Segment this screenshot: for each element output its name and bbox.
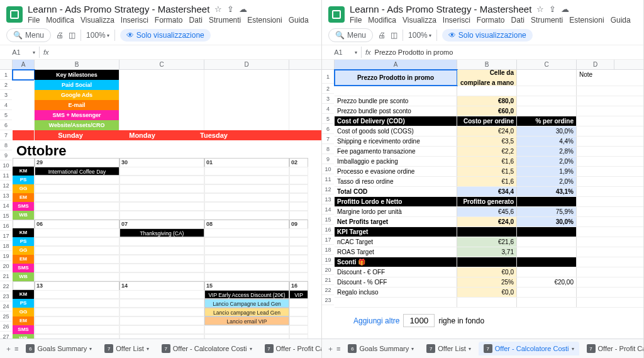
toolbar: 🔍Menu 🖨 ◫ 100%▾ 👁Solo visualizzazione [322,26,643,45]
col-header[interactable]: D [204,60,289,69]
left-window: Learnn - Ads Promo Strategy - Mastershee… [0,0,322,358]
sheet-tab[interactable]: 6Goals Summary▾ [343,342,419,355]
paint-icon[interactable]: ◫ [69,31,75,40]
add-sheet-button[interactable]: ＋ [5,342,12,355]
menu-strumenti[interactable]: Strumenti [209,16,241,25]
search-icon: 🔍 [13,31,23,40]
col-header[interactable]: A [335,60,457,69]
cloud-icon[interactable]: ☁ [561,4,569,14]
header: Learnn - Ads Promo Strategy - Mastershee… [0,0,321,26]
grid-right[interactable]: A B C D 12345678910111213141516171819202… [322,60,643,338]
col-header[interactable]: B [35,60,119,69]
grid-left[interactable]: A B C D 12345678910111213141516171819202… [0,60,321,338]
print-icon[interactable]: 🖨 [378,31,386,40]
menu-formato[interactable]: Formato [477,16,505,25]
sheet-tab[interactable]: 7Offer - Profit Calculator▾ [260,342,321,355]
menu-formato[interactable]: Formato [155,16,183,25]
sheet-tabs: ＋ ≡ 6Goals Summary▾7Offer List▾7Offer - … [0,338,321,358]
name-box[interactable]: A1 [326,48,351,56]
fx-icon: fx [43,48,49,56]
search-icon: 🔍 [335,31,345,40]
menu-modifica[interactable]: Modifica [368,16,396,25]
eye-icon: 👁 [448,31,456,40]
menu-inserisci[interactable]: Inserisci [443,16,470,25]
col-header[interactable]: A [13,60,35,69]
all-sheets-button[interactable]: ≡ [14,342,18,355]
star-icon[interactable]: ☆ [536,4,544,14]
menu-file[interactable]: File [350,16,362,25]
sheets-icon[interactable] [328,6,345,23]
search-menu[interactable]: 🔍Menu [6,28,51,42]
sheet-tab[interactable]: 7Offer List▾ [421,342,475,355]
right-window: Learnn - Ads Promo Strategy - Mastershee… [322,0,644,358]
menu-inserisci[interactable]: Inserisci [121,16,148,25]
paint-icon[interactable]: ◫ [391,31,397,40]
formula-bar[interactable]: A1▾ fx Prezzo Prodotto in promo [322,45,643,60]
toolbar: 🔍Menu 🖨 ◫ 100%▾ 👁Solo visualizzazione [0,26,321,45]
menu-guida[interactable]: Guida [289,16,309,25]
menu-dati[interactable]: Dati [511,16,525,25]
doc-title[interactable]: Learnn - Ads Promo Strategy - Mastershee… [28,4,209,14]
print-icon[interactable]: 🖨 [56,31,64,40]
add-sheet-button[interactable]: ＋ [327,342,334,355]
sheet-tab[interactable]: 7Offer - Calcolatore Costi▾ [479,342,579,355]
search-menu[interactable]: 🔍Menu [328,28,373,42]
formula-bar[interactable]: A1▾ fx [0,45,321,60]
eye-icon: 👁 [126,31,134,40]
menu-modifica[interactable]: Modifica [46,16,74,25]
menu-visualizza[interactable]: Visualizza [402,16,436,25]
sheet-tab[interactable]: 6Goals Summary▾ [21,342,97,355]
view-only-pill[interactable]: 👁Solo visualizzazione [120,29,211,42]
menu-dati[interactable]: Dati [189,16,203,25]
sheets-icon[interactable] [6,6,23,23]
add-rows-input[interactable] [403,314,435,327]
view-only-pill[interactable]: 👁Solo visualizzazione [442,29,533,42]
menu-guida[interactable]: Guida [611,16,631,25]
sheet-tab[interactable]: 7Offer - Profit Calculator▾ [582,342,643,355]
menu-estensioni[interactable]: Estensioni [247,16,282,25]
formula-content[interactable]: Prezzo Prodotto in promo [375,48,453,56]
menu-strumenti[interactable]: Strumenti [531,16,563,25]
menu-bar[interactable]: FileModificaVisualizzaInserisciFormatoDa… [350,16,637,25]
sheet-tab[interactable]: 7Offer - Calcolatore Costi▾ [157,342,257,355]
col-header[interactable]: C [517,60,577,69]
menu-file[interactable]: File [28,16,40,25]
name-box[interactable]: A1 [4,48,29,56]
menu-bar[interactable]: FileModificaVisualizzaInserisciFormatoDa… [28,16,315,25]
all-sheets-button[interactable]: ≡ [336,342,340,355]
fx-icon: fx [365,48,371,56]
sheet-tabs: ＋ ≡ 6Goals Summary▾7Offer List▾7Offer - … [322,338,643,358]
move-icon[interactable]: ⇪ [227,4,234,14]
cloud-icon[interactable]: ☁ [239,4,247,14]
col-header[interactable]: C [119,60,204,69]
add-rows-link[interactable]: Aggiungi altre [353,316,399,325]
header: Learnn - Ads Promo Strategy - Mastershee… [322,0,643,26]
menu-visualizza[interactable]: Visualizza [80,16,114,25]
doc-title[interactable]: Learnn - Ads Promo Strategy - Mastershee… [350,4,531,14]
col-header[interactable]: D [577,60,614,69]
menu-estensioni[interactable]: Estensioni [569,16,604,25]
zoom-select[interactable]: 100%▾ [86,31,109,40]
star-icon[interactable]: ☆ [214,4,222,14]
zoom-select[interactable]: 100%▾ [408,31,431,40]
move-icon[interactable]: ⇪ [549,4,556,14]
sheet-tab[interactable]: 7Offer List▾ [99,342,153,355]
